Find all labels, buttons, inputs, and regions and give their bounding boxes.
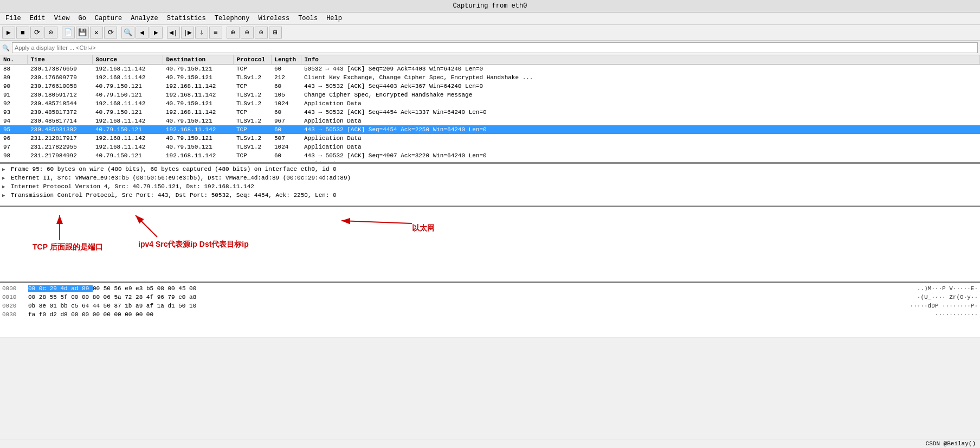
cell-info: 443 → 50532 [ACK] Seq=4403 Ack=367 Win=6… <box>301 82 980 91</box>
menu-item-statistics[interactable]: Statistics <box>164 14 209 23</box>
toolbar-btn-first[interactable]: ◀| <box>167 27 180 39</box>
toolbar-btn-next[interactable]: ▶ <box>150 27 163 39</box>
cell-proto: TLSv1.2 <box>233 99 271 108</box>
toolbar-btn-colorize[interactable]: ≡ <box>209 27 222 39</box>
toolbar-btn-resize[interactable]: ⊞ <box>269 27 282 39</box>
cell-no: 96 <box>0 134 27 143</box>
hex-bytes: 00 0c 29 4d ad 89 00 50 56 e9 e3 b5 08 0… <box>28 284 913 293</box>
cell-dst: 40.79.150.121 <box>163 160 233 164</box>
detail-text: Transmission Control Protocol, Src Port:… <box>9 192 337 199</box>
toolbar: ▶■⟳⊙📄💾✕⟳🔍◀▶◀||▶⇩≡⊕⊖⊙⊞ <box>0 25 980 41</box>
cell-time: 230.176609779 <box>27 73 92 82</box>
table-row[interactable]: 90230.17661005840.79.150.121192.168.11.1… <box>0 82 980 91</box>
detail-row[interactable]: ▶Ethernet II, Src: VMware_e9:e3:b5 (00:5… <box>2 174 978 182</box>
table-row[interactable]: 91230.18059171240.79.150.121192.168.11.1… <box>0 91 980 99</box>
cell-len: 60 <box>271 82 301 91</box>
cell-src: 40.79.150.121 <box>92 82 163 91</box>
cell-proto: TLSv1.2 <box>233 160 271 164</box>
cell-src: 192.168.11.142 <box>92 99 163 108</box>
toolbar-btn-zoomin[interactable]: ⊕ <box>227 27 240 39</box>
cell-src: 40.79.150.121 <box>92 91 163 99</box>
cell-src: 192.168.11.142 <box>92 134 163 143</box>
toolbar-btn-reload[interactable]: ⟳ <box>104 27 117 39</box>
cell-len: 919 <box>271 160 301 164</box>
cell-info: Application Data <box>301 143 980 151</box>
menu-item-wireless[interactable]: Wireless <box>255 14 293 23</box>
hex-row: 00200b 8e 01 bb c5 64 44 50 87 1b a9 af … <box>2 302 978 310</box>
cell-no: 94 <box>0 117 27 125</box>
toolbar-btn-options[interactable]: ⊙ <box>44 27 57 39</box>
cell-no: 93 <box>0 108 27 117</box>
table-row[interactable]: 99231.217985324192.168.11.14240.79.150.1… <box>0 160 980 164</box>
cell-time: 230.485817372 <box>27 108 92 117</box>
cell-src: 192.168.11.142 <box>92 65 163 73</box>
detail-row[interactable]: ▶Transmission Control Protocol, Src Port… <box>2 191 978 200</box>
cell-no: 99 <box>0 160 27 164</box>
toolbar-btn-save[interactable]: 💾 <box>76 27 89 39</box>
cell-no: 91 <box>0 91 27 99</box>
table-row[interactable]: 97231.217822955192.168.11.14240.79.150.1… <box>0 143 980 151</box>
cell-time: 231.217984992 <box>27 151 92 160</box>
window-title: Capturing from eth0 <box>453 2 527 10</box>
table-row[interactable]: 93230.48581737240.79.150.121192.168.11.1… <box>0 108 980 117</box>
title-bar: Capturing from eth0 <box>0 0 980 12</box>
table-row[interactable]: 95230.48593130240.79.150.121192.168.11.1… <box>0 125 980 134</box>
detail-row[interactable]: ▶Internet Protocol Version 4, Src: 40.79… <box>2 182 978 191</box>
cell-no: 97 <box>0 143 27 151</box>
toolbar-btn-restart[interactable]: ⟳ <box>30 27 43 39</box>
table-row[interactable]: 94230.485817714192.168.11.14240.79.150.1… <box>0 117 980 125</box>
hex-offset: 0000 <box>2 284 24 293</box>
cell-src: 40.79.150.121 <box>92 108 163 117</box>
col-proto-header: Protocol <box>233 55 271 65</box>
cell-dst: 40.79.150.121 <box>163 73 233 82</box>
toolbar-btn-close[interactable]: ✕ <box>90 27 103 39</box>
menu-item-analyze[interactable]: Analyze <box>127 14 161 23</box>
cell-proto: TLSv1.2 <box>233 143 271 151</box>
table-row[interactable]: 98231.21798499240.79.150.121192.168.11.1… <box>0 151 980 160</box>
cell-info: Application Data <box>301 99 980 108</box>
hex-ascii: ·(U_···· Zr(O·y·· <box>917 293 978 302</box>
cell-len: 507 <box>271 134 301 143</box>
menu-item-go[interactable]: Go <box>75 14 89 23</box>
toolbar-btn-prev[interactable]: ◀ <box>136 27 149 39</box>
detail-row[interactable]: ▶Frame 95: 60 bytes on wire (480 bits), … <box>2 165 978 174</box>
cell-dst: 40.79.150.121 <box>163 143 233 151</box>
cell-src: 192.168.11.142 <box>92 117 163 125</box>
table-row[interactable]: 88230.173876659192.168.11.14240.79.150.1… <box>0 65 980 73</box>
cell-len: 967 <box>271 117 301 125</box>
cell-info: 443 → 50532 [ACK] Seq=4454 Ack=1337 Win=… <box>301 108 980 117</box>
toolbar-btn-open[interactable]: 📄 <box>62 27 75 39</box>
packet-list[interactable]: No. Time Source Destination Protocol Len… <box>0 55 980 164</box>
toolbar-btn-last[interactable]: |▶ <box>181 27 194 39</box>
menu-item-help[interactable]: Help <box>323 14 345 23</box>
cell-proto: TLSv1.2 <box>233 134 271 143</box>
table-row[interactable]: 89230.176609779192.168.11.14240.79.150.1… <box>0 73 980 82</box>
annotation-ipv4: ipv4 Src代表源ip Dst代表目标ip <box>138 240 249 249</box>
cell-dst: 40.79.150.121 <box>163 134 233 143</box>
menu-item-view[interactable]: View <box>51 14 73 23</box>
table-row[interactable]: 96231.212817917192.168.11.14240.79.150.1… <box>0 134 980 143</box>
cell-dst: 192.168.11.142 <box>163 151 233 160</box>
toolbar-btn-autoscroll[interactable]: ⇩ <box>195 27 208 39</box>
menu-item-capture[interactable]: Capture <box>92 14 125 23</box>
filter-label: 🔍 <box>2 44 10 52</box>
menu-item-edit[interactable]: Edit <box>27 14 49 23</box>
cell-time: 230.485718544 <box>27 99 92 108</box>
toolbar-btn-stop[interactable]: ■ <box>16 27 29 39</box>
display-filter-input[interactable] <box>12 42 978 53</box>
menu-item-file[interactable]: File <box>2 14 24 23</box>
toolbar-btn-normal[interactable]: ⊙ <box>255 27 268 39</box>
toolbar-btn-find[interactable]: 🔍 <box>121 27 134 39</box>
cell-len: 1024 <box>271 143 301 151</box>
table-row[interactable]: 92230.485718544192.168.11.14240.79.150.1… <box>0 99 980 108</box>
menu-item-tools[interactable]: Tools <box>295 14 321 23</box>
toolbar-btn-start[interactable]: ▶ <box>2 27 15 39</box>
cell-info: Application Data <box>301 117 980 125</box>
cell-time: 231.217985324 <box>27 160 92 164</box>
cell-dst: 192.168.11.142 <box>163 91 233 99</box>
expand-arrow-icon: ▶ <box>2 184 9 190</box>
hex-bytes: 0b 8e 01 bb c5 64 44 50 87 1b a9 af 1a d… <box>28 302 906 310</box>
menu-item-telephony[interactable]: Telephony <box>211 14 253 23</box>
toolbar-btn-zoomout[interactable]: ⊖ <box>241 27 254 39</box>
cell-time: 230.173876659 <box>27 65 92 73</box>
